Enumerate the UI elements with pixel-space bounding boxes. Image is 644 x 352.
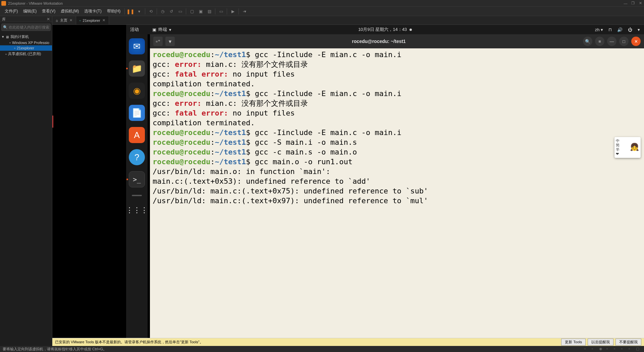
ime-floating-widget[interactable]: 中 简 半 ❤ 👧 — [614, 137, 641, 158]
menu-vm[interactable]: 虚拟机(M) — [58, 8, 82, 14]
window-titlebar: 21explorer - VMware Workstation — ❐ ✕ — [0, 0, 644, 7]
device-icon[interactable]: ▫ — [606, 347, 612, 351]
dock-software[interactable]: A — [129, 127, 145, 143]
tab-close-icon[interactable]: ✕ — [69, 18, 72, 23]
stretch-icon[interactable]: ▫▾ — [242, 9, 247, 14]
vm-icon: ▫ — [14, 46, 15, 50]
terminal-minimize-button[interactable]: — — [607, 37, 616, 46]
tab-21explorer[interactable]: ▫ 21explorer ✕ — [76, 16, 109, 25]
terminal-tab-dropdown[interactable]: ▾ — [165, 37, 175, 46]
dock-libreoffice[interactable]: 📄 — [129, 105, 145, 121]
tree-my-computer[interactable]: ▾ 🖥 我的计算机 — [0, 34, 52, 40]
device-icon[interactable]: ▫ — [621, 347, 627, 351]
terminal-new-tab-button[interactable]: ▫⁺ — [153, 37, 163, 46]
device-icon[interactable]: ◉ — [599, 347, 604, 351]
vm-icon: ▫ — [79, 18, 81, 23]
tab-home[interactable]: ⌂ 主页 ✕ — [52, 16, 76, 25]
terminal-header: ▫⁺ ▾ rocedu@rocedu: ~/test1 🔍 ≡ — □ ✕ — [150, 34, 644, 48]
never-remind-button[interactable]: 不要提醒我 — [615, 339, 641, 346]
terminal-close-button[interactable]: ✕ — [631, 37, 641, 46]
computer-icon: 🖥 — [5, 35, 9, 39]
chevron-down-icon[interactable]: ▾ — [638, 27, 640, 32]
search-input[interactable] — [9, 25, 55, 29]
menu-file[interactable]: 文件(F) — [2, 8, 20, 14]
console-icon[interactable]: ▶ — [230, 9, 235, 14]
ime-mascot-icon: 👧 — [630, 143, 639, 152]
menu-help[interactable]: 帮助(H) — [104, 8, 123, 14]
minimize-button[interactable]: — — [623, 1, 628, 6]
activities-button[interactable]: 活动 — [130, 27, 139, 33]
snapshot-revert-icon[interactable]: ↺ — [169, 9, 174, 14]
dock-files[interactable]: 📁 — [129, 60, 145, 77]
terminal-app-menu[interactable]: ▣ 终端 ▾ — [152, 27, 171, 33]
fullscreen-icon[interactable]: ▢ — [636, 347, 641, 351]
vm-icon: ▫ — [9, 41, 11, 45]
sidebar-title: 库 — [2, 17, 6, 21]
volume-icon[interactable]: 🔊 — [617, 27, 623, 32]
terminal-title: rocedu@rocedu: ~/test1 — [177, 39, 580, 44]
sidebar-close-icon[interactable]: ✕ — [47, 17, 50, 21]
power-icon[interactable]: ⏻ — [628, 27, 632, 32]
dock-terminal[interactable]: >_ — [129, 171, 145, 187]
tree-shared-vms[interactable]: ▫ 共享虚拟机 (已弃用) — [0, 51, 52, 57]
terminal-search-button[interactable]: 🔍 — [583, 37, 592, 46]
window-title: 21explorer - VMware Workstation — [8, 1, 63, 5]
home-icon: ⌂ — [56, 18, 58, 23]
dock-separator — [132, 195, 142, 196]
fullscreen-icon[interactable]: ▭ — [218, 9, 224, 14]
tab-close-icon[interactable]: ✕ — [102, 18, 105, 23]
dock-help[interactable]: ? — [129, 149, 145, 165]
language-indicator[interactable]: zh ▾ — [595, 27, 603, 32]
menu-edit[interactable]: 编辑(E) — [20, 8, 39, 14]
info-message: 已安装的 VMware Tools 版本不是最新的。请登录客户机操作系统，然后单… — [55, 340, 559, 345]
menubar: 文件(F) 编辑(E) 查看(V) 虚拟机(M) 选项卡(T) 帮助(H) ❚❚… — [0, 7, 644, 16]
ubuntu-dock: ✉ 📁 ◉ 📄 A ? >_ ⋮⋮⋮ — [126, 34, 148, 341]
search-box[interactable]: 🔍 ▼ — [1, 24, 51, 31]
notification-dot-icon — [410, 29, 412, 31]
terminal-body[interactable]: rocedu@rocedu:~/test1$ gcc -Iinclude -E … — [150, 48, 644, 341]
dropdown-icon[interactable]: ▾ — [137, 9, 142, 14]
update-tools-button[interactable]: 更新 Tools — [561, 339, 586, 346]
ime-mode-label: 中 简 半 ❤ — [616, 139, 620, 157]
shared-icon: ▫ — [5, 52, 7, 56]
vm-tree: ▾ 🖥 我的计算机 ▫ Windows XP Professio ▫ 21exp… — [0, 32, 52, 58]
terminal-small-icon: ▣ — [152, 27, 156, 32]
menu-view[interactable]: 查看(V) — [39, 8, 58, 14]
content-tabs: ⌂ 主页 ✕ ▫ 21explorer ✕ — [52, 16, 644, 25]
vm-desktop[interactable]: 活动 ▣ 终端 ▾ 10月9日 星期六，14：43 zh ▾ ⊓ 🔊 ⏻ ▾ — [52, 25, 644, 341]
network-icon[interactable]: ⊓ — [608, 27, 612, 32]
dock-show-apps[interactable]: ⋮⋮⋮ — [129, 202, 145, 218]
device-icon[interactable]: ▫ — [592, 347, 597, 351]
device-icon[interactable]: ▫ — [629, 347, 634, 351]
tree-item-xp[interactable]: ▫ Windows XP Professio — [0, 40, 52, 45]
status-message: 要将输入定向到该虚拟机，请将鼠标指针移入其中或按 Ctrl+G。 — [3, 347, 107, 352]
content-area: ⌂ 主页 ✕ ▫ 21explorer ✕ 活动 ▣ 终端 ▾ — [52, 16, 644, 346]
expand-icon: ▾ — [2, 35, 4, 39]
vmware-tools-info-bar: 已安装的 VMware Tools 版本不是最新的。请登录客户机操作系统，然后单… — [52, 338, 644, 346]
multiview-icon[interactable]: ▣ — [198, 9, 203, 14]
close-button[interactable]: ✕ — [638, 1, 643, 6]
terminal-maximize-button[interactable]: □ — [619, 37, 629, 46]
maximize-button[interactable]: ❐ — [631, 1, 635, 6]
terminal-menu-button[interactable]: ≡ — [595, 37, 604, 46]
terminal-window: ▫⁺ ▾ rocedu@rocedu: ~/test1 🔍 ≡ — □ ✕ ro… — [150, 34, 644, 341]
library-sidebar: 库 ✕ 🔍 ▼ ▾ 🖥 我的计算机 ▫ Windows XP Professio… — [0, 16, 52, 346]
dock-rhythmbox[interactable]: ◉ — [129, 83, 145, 99]
tree-item-21explorer[interactable]: ▫ 21explorer — [0, 45, 52, 51]
pause-icon[interactable]: ❚❚ — [128, 9, 133, 14]
ubuntu-top-bar: 活动 ▣ 终端 ▾ 10月9日 星期六，14：43 zh ▾ ⊓ 🔊 ⏻ ▾ — [126, 25, 644, 34]
remind-later-button[interactable]: 以后提醒我 — [588, 339, 613, 346]
snapshot-icon[interactable]: ◷ — [160, 9, 165, 14]
dock-thunderbird[interactable]: ✉ — [129, 38, 145, 54]
menu-tabs[interactable]: 选项卡(T) — [82, 8, 104, 14]
app-icon — [1, 1, 6, 6]
snapshot-manage-icon[interactable]: ▭ — [177, 9, 183, 14]
statusbar: 要将输入定向到该虚拟机，请将鼠标指针移入其中或按 Ctrl+G。 ▫ ▫ ◉ ▫… — [0, 346, 644, 352]
unity-icon[interactable]: ▤ — [207, 9, 212, 14]
search-icon: 🔍 — [3, 25, 8, 30]
datetime-label[interactable]: 10月9日 星期六，14：43 — [358, 27, 412, 33]
send-ctrl-alt-del-icon[interactable]: ⟲ — [148, 9, 154, 14]
device-icon[interactable]: ▫ — [584, 347, 590, 351]
thumbnail-icon[interactable]: ▢ — [189, 9, 195, 14]
device-icon[interactable]: ▫ — [614, 347, 619, 351]
